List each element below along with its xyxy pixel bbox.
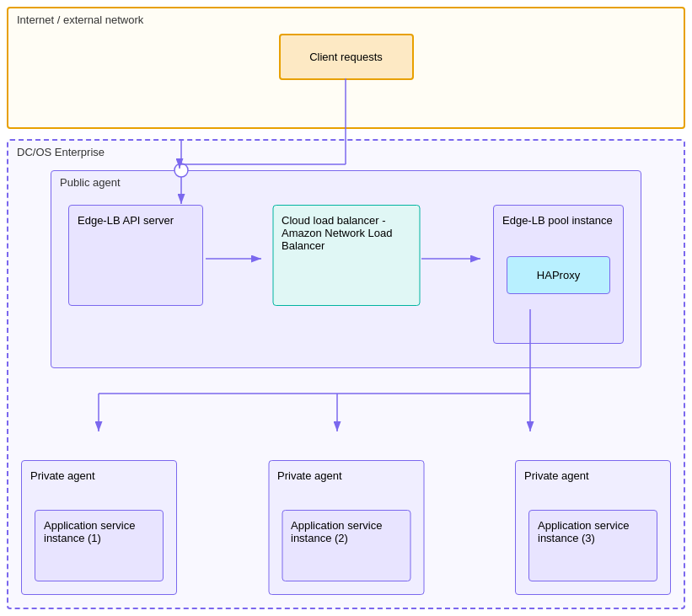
- app-service-box-3: Application service instance (3): [528, 510, 657, 581]
- public-agent-label: Public agent: [60, 176, 121, 189]
- app-service-box-1: Application service instance (1): [35, 510, 164, 581]
- edge-lb-api-box: Edge-LB API server: [68, 205, 203, 306]
- edge-lb-api-label: Edge-LB API server: [78, 214, 174, 227]
- app-service-box-2: Application service instance (2): [282, 510, 410, 581]
- app-service-3-label: Application service instance (3): [538, 519, 629, 544]
- client-requests-box: Client requests: [279, 34, 414, 80]
- public-agent-zone: Public agent Edge-LB API server Cloud lo…: [51, 170, 641, 368]
- app-service-2-label: Application service instance (2): [291, 519, 382, 544]
- private-agent-3-label: Private agent: [524, 469, 589, 482]
- edge-lb-pool-label: Edge-LB pool instance: [502, 214, 613, 227]
- private-agent-3: Private agent Application service instan…: [515, 460, 671, 595]
- internet-zone: Internet / external network Client reque…: [7, 7, 685, 129]
- haproxy-label: HAProxy: [537, 269, 580, 281]
- private-agent-2: Private agent Application service instan…: [268, 460, 424, 595]
- private-agent-1-label: Private agent: [30, 469, 95, 482]
- private-agent-1: Private agent Application service instan…: [21, 460, 177, 595]
- haproxy-box: HAProxy: [507, 256, 610, 294]
- internet-zone-label: Internet / external network: [17, 13, 143, 26]
- edge-lb-pool-box: Edge-LB pool instance HAProxy: [493, 205, 624, 344]
- private-agent-2-label: Private agent: [277, 469, 342, 482]
- dcos-zone-label: DC/OS Enterprise: [17, 146, 105, 158]
- diagram-root: Internet / external network Client reque…: [0, 0, 692, 616]
- cloud-lb-box: Cloud load balancer - Amazon Network Loa…: [272, 205, 420, 306]
- app-service-1-label: Application service instance (1): [44, 519, 135, 544]
- dcos-zone: DC/OS Enterprise Public agent Edge-LB AP…: [7, 139, 685, 609]
- client-requests-label: Client requests: [309, 51, 383, 63]
- cloud-lb-label: Cloud load balancer - Amazon Network Loa…: [282, 214, 393, 252]
